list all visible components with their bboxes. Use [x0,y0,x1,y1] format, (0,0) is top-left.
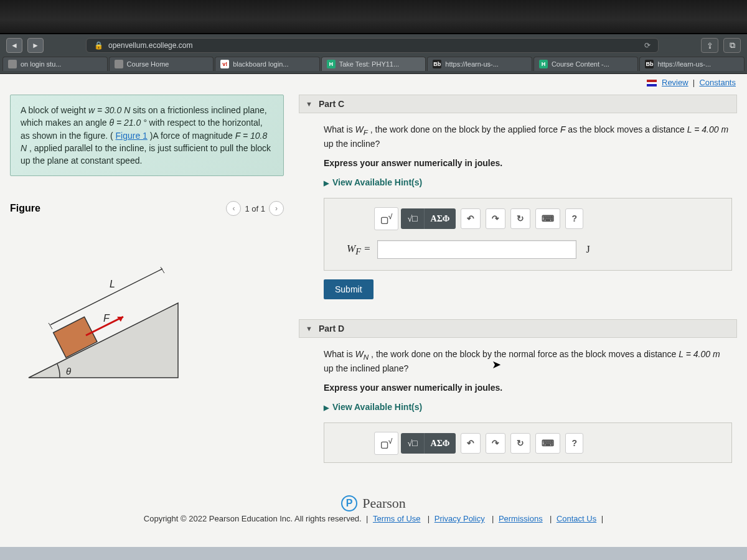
review-link[interactable]: Review [662,78,688,87]
legal-footer: Copyright © 2022 Pearson Education Inc. … [0,514,747,527]
tab-label: Course Content -... [552,60,609,68]
url-bar[interactable]: 🔒 openvellum.ecollege.com ⟳ [86,38,659,53]
instruction-text: Express your answer numerically in joule… [324,383,502,393]
view-hints-button[interactable]: ▶ View Available Hint(s) [324,176,732,189]
answer-panel-d: ▢√ √□ ΑΣΦ ↶ ↷ ↻ ⌨ ? [324,422,732,463]
help-button[interactable]: ? [565,208,583,229]
keyboard-button[interactable]: ⌨ [535,208,560,229]
tab-2[interactable]: v!blackboard login... [215,57,320,71]
figure-L-label: L [110,279,115,289]
copyright-text: Copyright © 2022 Pearson Education Inc. … [144,514,362,523]
tab-0[interactable]: on login stu... [2,57,108,71]
problem-text: θ = 21.0 ° [109,118,146,128]
answer-panel-c: ▢√ √□ ΑΣΦ ↶ ↷ ↻ ⌨ ? WF = [324,198,732,271]
figure-next-button[interactable]: › [269,201,284,216]
tab-label: https://learn-us-... [657,60,711,68]
problem-text: , applied parallel to the incline, is ju… [21,143,271,166]
keyboard-button[interactable]: ⌨ [535,433,560,454]
answer-unit: J [586,242,590,257]
instruction-text: Express your answer numerically in joule… [324,158,502,168]
figure-link[interactable]: Figure 1 [116,131,148,141]
caret-down-icon: ▼ [306,325,312,332]
question-text: , the work done on the block by the norm… [371,349,679,359]
undo-button[interactable]: ↶ [461,208,481,229]
reload-icon[interactable]: ⟳ [644,41,651,50]
constants-link[interactable]: Constants [699,78,736,87]
figure-pager-text: 1 of 1 [245,204,265,213]
caret-down-icon: ▼ [306,100,312,108]
pearson-logo-icon: P [341,495,357,511]
redo-button[interactable]: ↷ [486,433,505,454]
url-text: openvellum.ecollege.com [108,41,192,50]
redo-button[interactable]: ↷ [486,208,505,229]
view-hints-button[interactable]: ▶ View Available Hint(s) [324,401,732,414]
templates-icon[interactable]: ▢√ [374,432,398,455]
hints-label: View Available Hint(s) [332,176,422,189]
question-text: as the block moves a distance [568,124,687,134]
part-title: Part C [319,99,344,109]
tab-4[interactable]: Bbhttps://learn-us-... [427,57,532,71]
problem-text: )A force of magnitude [150,131,235,141]
part-title: Part D [319,324,344,334]
question-text: What is [324,349,355,359]
question-text: , the work done on the block by the appl… [370,124,560,134]
caret-right-icon: ▶ [324,403,329,413]
mouse-cursor-icon: ➤ [492,357,501,373]
reset-button[interactable]: ↻ [510,208,530,229]
greek-button[interactable]: ΑΣΦ [425,433,456,454]
page-content: Review | Constants A block of weight w =… [0,74,747,547]
reset-button[interactable]: ↻ [510,433,530,454]
tabs-button[interactable]: ⧉ [723,38,741,53]
question-text: What is [324,124,355,134]
caret-right-icon: ▶ [324,178,329,189]
answer-input[interactable] [377,240,576,259]
contact-link[interactable]: Contact Us [557,514,596,523]
templates-icon[interactable]: ▢√ [374,207,398,230]
pearson-logo-text: Pearson [362,495,406,511]
problem-statement: A block of weight w = 30.0 N sits on a f… [10,95,284,176]
tab-5[interactable]: HCourse Content -... [533,57,639,71]
question-text: up the inclined plane? [324,363,408,373]
terms-link[interactable]: Terms of Use [373,514,421,523]
sqrt-button[interactable]: √□ [401,208,424,229]
hints-label: View Available Hint(s) [332,401,422,414]
sqrt-button[interactable]: √□ [401,433,424,454]
problem-text: A block of weight [21,105,88,115]
laptop-bezel [0,0,747,34]
part-c-header[interactable]: ▼ Part C [299,95,737,113]
tab-6[interactable]: Bbhttps://learn-us-... [639,57,745,71]
figure-prev-button[interactable]: ‹ [226,201,241,216]
part-c-body: What is WF , the work done on the block … [299,113,737,306]
figure-F-label: F [103,313,110,324]
answer-variable: WF = [347,241,371,259]
question-text: up the incline? [324,139,380,149]
nav-back-button[interactable]: ◄ [6,38,22,53]
browser-chrome: ◄ ► 🔒 openvellum.ecollege.com ⟳ ⇪ ⧉ on l… [0,34,747,74]
top-links: Review | Constants [0,74,747,91]
tab-3[interactable]: HTake Test: PHY11... [321,57,426,71]
tab-strip: on login stu... Course Home v!blackboard… [0,57,747,73]
submit-button[interactable]: Submit [324,279,374,299]
undo-button[interactable]: ↶ [461,433,481,454]
tab-label: https://learn-us-... [445,60,499,68]
favicon-icon [115,60,123,68]
tab-label: Course Home [127,60,169,68]
part-d-header[interactable]: ▼ Part D [299,319,737,338]
favicon-icon: Bb [433,60,441,68]
favicon-icon [8,60,17,68]
tab-1[interactable]: Course Home [109,57,214,71]
favicon-icon: H [327,60,336,68]
tab-label: on login stu... [21,60,61,68]
problem-text: w = 30.0 N [88,105,130,115]
help-button[interactable]: ? [565,433,583,454]
greek-button[interactable]: ΑΣΦ [425,208,456,229]
tab-label: Take Test: PHY11... [339,60,399,68]
tab-label: blackboard login... [233,60,288,68]
favicon-icon: v! [220,60,229,68]
nav-forward-button[interactable]: ► [27,38,44,53]
share-button[interactable]: ⇪ [701,38,718,53]
permissions-link[interactable]: Permissions [499,514,543,523]
figure-diagram: F L θ [10,228,197,390]
pearson-footer: P Pearson [0,489,747,514]
privacy-link[interactable]: Privacy Policy [435,514,485,523]
